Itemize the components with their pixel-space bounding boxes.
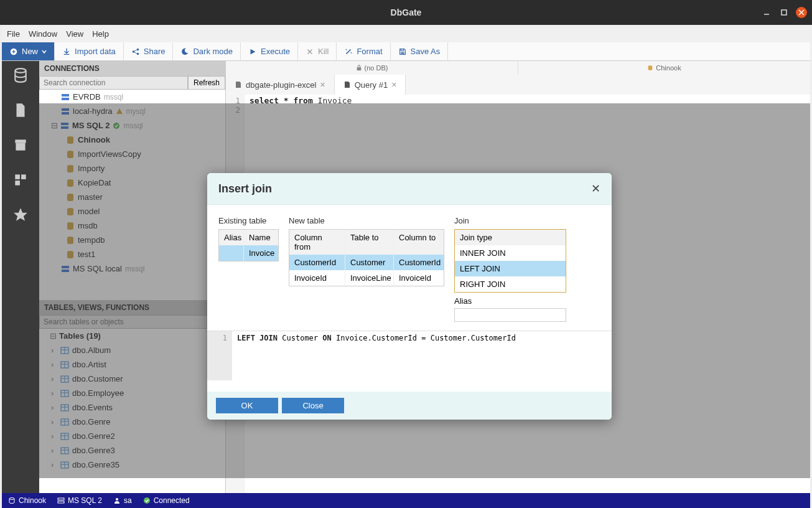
file-icon: [343, 81, 351, 88]
status-user[interactable]: sa: [113, 496, 132, 505]
modal-close-icon[interactable]: ✕: [591, 182, 600, 195]
execute-button[interactable]: Execute: [241, 42, 298, 60]
close-tab-icon[interactable]: ×: [320, 80, 325, 90]
close-icon: [306, 47, 314, 56]
svg-rect-18: [15, 139, 26, 143]
svg-point-16: [351, 52, 352, 53]
plus-circle-icon: [9, 47, 18, 56]
svg-line-10: [134, 50, 136, 51]
svg-point-17: [15, 68, 26, 73]
svg-line-11: [134, 52, 136, 53]
database-icon[interactable]: [12, 67, 29, 83]
close-window-button[interactable]: [796, 7, 807, 18]
database-small-icon: [647, 65, 653, 71]
moon-icon: [180, 47, 189, 56]
svg-rect-19: [16, 143, 25, 151]
alias-input[interactable]: [454, 308, 566, 322]
refresh-connections-button[interactable]: Refresh: [188, 76, 225, 90]
menu-view[interactable]: View: [66, 29, 83, 39]
svg-line-14: [347, 49, 351, 54]
svg-point-9: [137, 52, 139, 55]
save-icon: [398, 47, 407, 56]
share-button[interactable]: Share: [124, 42, 174, 60]
wand-icon: [344, 47, 353, 56]
svg-rect-23: [62, 94, 69, 96]
file-icon: [235, 81, 242, 88]
svg-rect-24: [62, 98, 69, 100]
menu-window[interactable]: Window: [29, 29, 57, 39]
join-option[interactable]: RIGHT JOIN: [455, 276, 566, 292]
archive-icon[interactable]: [12, 137, 29, 153]
svg-point-70: [9, 498, 14, 500]
newtable-row[interactable]: CustomerIdCustomerCustomerId: [289, 255, 444, 270]
saveas-button[interactable]: Save As: [391, 42, 449, 60]
nodb-tab[interactable]: (no DB): [226, 61, 518, 75]
alias-label: Alias: [454, 296, 566, 306]
close-tab-icon[interactable]: ×: [391, 80, 396, 90]
tab-query1[interactable]: Query #1 ×: [335, 75, 406, 95]
status-state: Connected: [143, 496, 190, 505]
newtable-row[interactable]: InvoiceIdInvoiceLineInvoiceId: [289, 270, 444, 286]
svg-rect-72: [58, 501, 64, 503]
svg-point-8: [137, 48, 139, 50]
server-icon: [61, 93, 70, 101]
menu-help[interactable]: Help: [92, 29, 109, 39]
toolbar: New Import data Share Dark mode Execute …: [2, 42, 810, 61]
connection-item[interactable]: EVRDBmssql: [39, 90, 225, 104]
activity-bar: [2, 61, 39, 493]
svg-rect-71: [58, 498, 64, 500]
kill-button[interactable]: Kill: [298, 42, 337, 60]
plugins-icon[interactable]: [12, 172, 29, 188]
modal-sql-preview: 1 LEFT JOIN Customer ON Invoice.Customer…: [207, 331, 612, 380]
menu-file[interactable]: File: [7, 29, 20, 39]
join-group: Join Join type INNER JOIN LEFT JOIN RIGH…: [454, 216, 566, 322]
existing-table-group: Existing table AliasName Invoice: [218, 216, 279, 322]
play-icon: [248, 47, 257, 56]
darkmode-button[interactable]: Dark mode: [173, 42, 241, 60]
menu-bar: File Window View Help: [2, 25, 810, 42]
insert-join-modal: Insert join ✕ Existing table AliasName I…: [207, 173, 612, 420]
maximize-button[interactable]: [778, 7, 790, 18]
connections-header: CONNECTIONS: [39, 61, 225, 76]
join-option[interactable]: LEFT JOIN: [455, 261, 566, 276]
title-bar: DbGate: [0, 0, 812, 25]
svg-rect-21: [21, 174, 26, 179]
file-icon[interactable]: [12, 102, 29, 118]
person-icon: [113, 497, 121, 504]
star-icon[interactable]: [12, 207, 29, 223]
svg-point-73: [116, 498, 118, 501]
import-button[interactable]: Import data: [55, 42, 124, 60]
status-server[interactable]: MS SQL 2: [57, 496, 102, 505]
tab-plugin-excel[interactable]: dbgate-plugin-excel ×: [226, 75, 335, 95]
ok-button[interactable]: OK: [216, 398, 278, 413]
share-icon: [131, 47, 140, 56]
status-bar: Chinook MS SQL 2 sa Connected: [2, 493, 810, 508]
download-icon: [62, 47, 71, 56]
join-option[interactable]: INNER JOIN: [455, 245, 566, 261]
new-table-group: New table Column fromTable toColumn to C…: [289, 216, 444, 322]
server-icon: [57, 497, 65, 504]
editor-tabs: dbgate-plugin-excel × Query #1 ×: [226, 75, 810, 95]
search-connections-input[interactable]: [39, 76, 188, 90]
modal-title: Insert join: [218, 182, 272, 195]
database-icon: [8, 497, 16, 504]
minimize-button[interactable]: [761, 7, 772, 18]
lock-icon: [356, 65, 362, 71]
svg-rect-68: [357, 67, 361, 70]
svg-rect-22: [15, 181, 20, 186]
new-button[interactable]: New: [2, 42, 55, 60]
svg-point-74: [144, 497, 150, 504]
svg-rect-1: [782, 10, 786, 15]
check-circle-icon: [143, 497, 151, 504]
existing-row[interactable]: Invoice: [219, 245, 278, 261]
chinook-tab[interactable]: Chinook: [518, 61, 810, 75]
status-db[interactable]: Chinook: [8, 496, 46, 505]
format-button[interactable]: Format: [337, 42, 390, 60]
close-button[interactable]: Close: [282, 398, 344, 413]
db-tabs-bar: (no DB) Chinook: [226, 61, 810, 75]
svg-point-15: [346, 49, 347, 50]
chevron-down-icon: [42, 49, 47, 54]
app-title: DbGate: [391, 7, 422, 17]
svg-rect-20: [15, 174, 20, 179]
